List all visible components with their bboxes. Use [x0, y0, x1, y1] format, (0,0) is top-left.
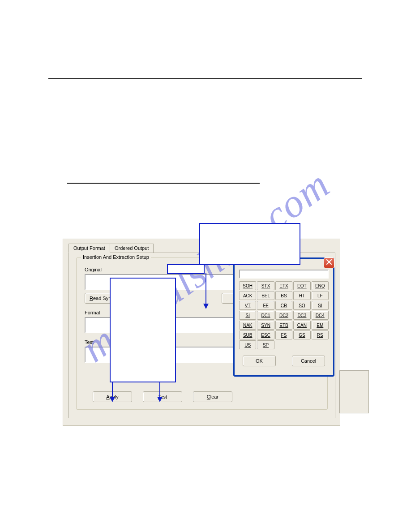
ascii-grid: SOHSTXETXEOTENQACKBELBSHTLFVTFFCRSOSISID… [239, 281, 329, 349]
ascii-ff-button[interactable]: FF [257, 301, 274, 310]
ascii-ack-button[interactable]: ACK [239, 291, 256, 300]
annotation-box-2 [167, 264, 205, 274]
ascii-enq-button[interactable]: ENQ [312, 281, 329, 290]
ascii-esc-button[interactable]: ESC [257, 330, 274, 339]
annotation-box-3 [110, 278, 176, 382]
group-title: Insertion And Extraction Setup [81, 254, 151, 260]
ascii-fs-button[interactable]: FS [275, 330, 292, 339]
tab-output-format[interactable]: Output Format [68, 244, 110, 253]
ascii-dc3-button[interactable]: DC3 [293, 311, 310, 320]
clear-button[interactable]: Clear [193, 391, 232, 402]
ascii-sp-button[interactable]: SP [257, 340, 274, 349]
ascii-em-button[interactable]: EM [312, 321, 329, 330]
close-icon [326, 259, 332, 267]
ascii-etx-button[interactable]: ETX [275, 281, 292, 290]
ascii-eot-button[interactable]: EOT [293, 281, 310, 290]
ascii-soh-button[interactable]: SOH [239, 281, 256, 290]
ascii-si-button[interactable]: SI [239, 311, 256, 320]
ascii-nak-button[interactable]: NAK [239, 321, 256, 330]
ascii-bs-button[interactable]: BS [275, 291, 292, 300]
ascii-ht-button[interactable]: HT [293, 291, 310, 300]
cancel-button[interactable]: Cancel [292, 356, 325, 366]
ascii-us-button[interactable]: US [239, 340, 256, 349]
clear-text: lear [210, 394, 218, 399]
annotation-arrow-down-1 [202, 273, 210, 309]
ascii-popup: SOHSTXETXEOTENQACKBELBSHTLFVTFFCRSOSISID… [233, 257, 334, 377]
ascii-so-button[interactable]: SO [293, 301, 310, 310]
close-button[interactable] [324, 257, 334, 268]
ascii-lf-button[interactable]: LF [312, 291, 329, 300]
svg-marker-3 [110, 397, 115, 402]
ascii-dc2-button[interactable]: DC2 [275, 311, 292, 320]
ok-button[interactable]: OK [243, 356, 276, 366]
horizontal-rule-2 [67, 183, 260, 184]
annotation-box-1 [199, 223, 300, 265]
ascii-gs-button[interactable]: GS [293, 330, 310, 339]
ascii-vt-button[interactable]: VT [239, 301, 256, 310]
horizontal-rule-1 [48, 78, 362, 79]
tab-ordered-output[interactable]: Ordered Output [110, 244, 154, 253]
ascii-can-button[interactable]: CAN [293, 321, 310, 330]
ascii-rs-button[interactable]: RS [312, 330, 329, 339]
svg-marker-5 [157, 397, 163, 402]
ascii-dc4-button[interactable]: DC4 [312, 311, 329, 320]
ascii-dc1-button[interactable]: DC1 [257, 311, 274, 320]
ascii-si-button[interactable]: SI [312, 301, 329, 310]
ascii-sub-button[interactable]: SUB [239, 330, 256, 339]
side-panel [339, 370, 369, 413]
ascii-cr-button[interactable]: CR [275, 301, 292, 310]
ascii-bel-button[interactable]: BEL [257, 291, 274, 300]
annotation-arrow-down-3 [156, 382, 163, 402]
svg-marker-1 [203, 304, 209, 309]
ascii-etb-button[interactable]: ETB [275, 321, 292, 330]
ascii-stx-button[interactable]: STX [257, 281, 274, 290]
ascii-input[interactable] [239, 270, 329, 279]
annotation-arrow-down-2 [109, 382, 116, 402]
ascii-syn-button[interactable]: SYN [257, 321, 274, 330]
